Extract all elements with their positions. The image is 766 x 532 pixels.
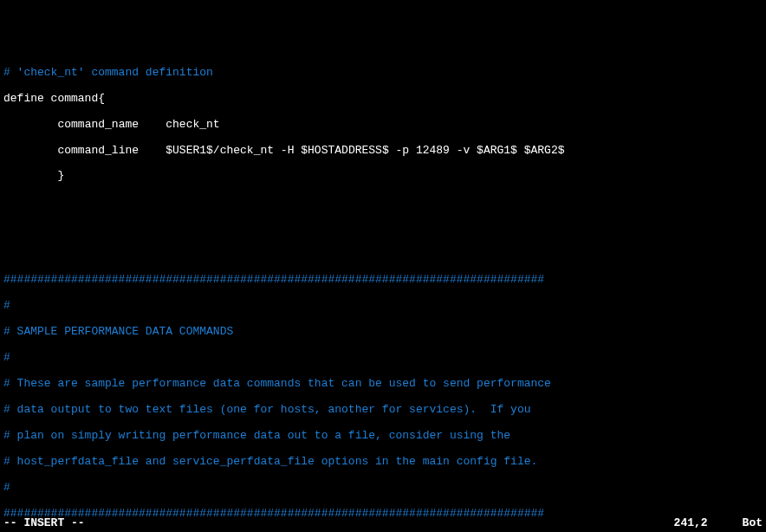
code-line: # — [3, 482, 763, 495]
code-line: # SAMPLE PERFORMANCE DATA COMMANDS — [3, 326, 763, 339]
code-line: # — [3, 300, 763, 313]
cursor-position: 241,2 — [674, 517, 708, 530]
status-bar: -- INSERT -- 241,2 Bot — [3, 517, 763, 530]
vim-mode: -- INSERT -- — [3, 517, 674, 530]
code-line: command_line $USER1$/check_nt -H $HOSTAD… — [3, 145, 763, 158]
code-line: # data output to two text files (one for… — [3, 404, 763, 417]
code-line — [3, 222, 763, 235]
code-line: command_name check_nt — [3, 119, 763, 132]
scroll-position: Bot — [743, 517, 763, 530]
code-line: # plan on simply writing performance dat… — [3, 430, 763, 443]
code-line: # — [3, 352, 763, 365]
code-line: # These are sample performance data comm… — [3, 378, 763, 391]
editor-content[interactable]: # 'check_nt' command definition define c… — [3, 54, 763, 532]
code-line: } — [3, 170, 763, 183]
code-line: define command{ — [3, 93, 763, 106]
code-line — [3, 196, 763, 209]
code-line: # 'check_nt' command definition — [3, 67, 763, 80]
code-line: # host_perfdata_file and service_perfdat… — [3, 456, 763, 469]
code-line — [3, 248, 763, 261]
code-line: ########################################… — [3, 274, 763, 287]
